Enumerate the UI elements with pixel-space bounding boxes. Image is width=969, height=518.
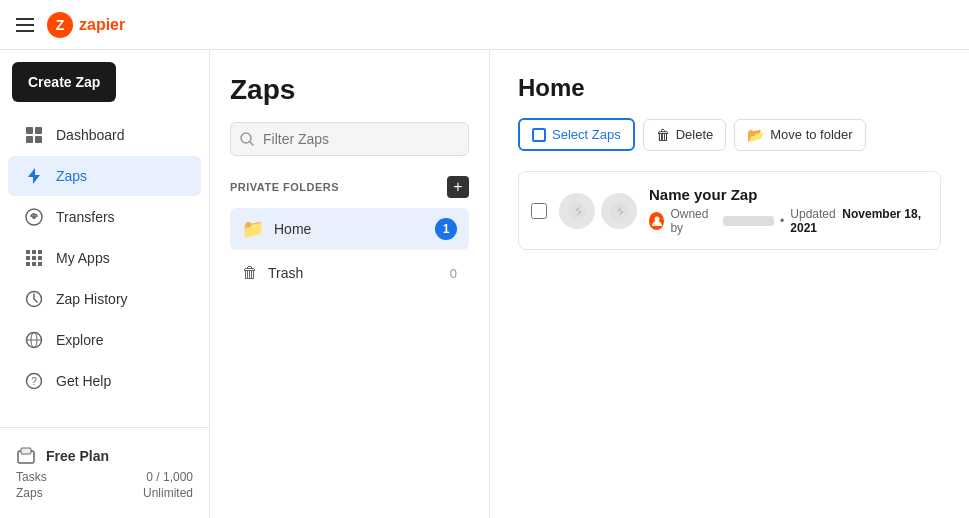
explore-icon xyxy=(24,330,44,350)
svg-rect-26 xyxy=(21,448,31,454)
zaps-title: Zaps xyxy=(230,74,469,106)
tasks-stat: Tasks 0 / 1,000 xyxy=(16,470,193,484)
sidebar-item-my-apps[interactable]: My Apps xyxy=(8,238,201,278)
main-layout: Create Zap ← Dashboard Zaps Transf xyxy=(0,50,969,518)
private-folders-label: PRIVATE FOLDERS xyxy=(230,181,339,193)
folder-trash-count: 0 xyxy=(450,266,457,281)
sidebar-item-label-zap-history: Zap History xyxy=(56,291,128,307)
svg-text:Z: Z xyxy=(56,17,65,33)
zap-meta: Owned by • Updated November 18, 2021 xyxy=(649,207,928,235)
svg-rect-12 xyxy=(38,250,42,254)
zap-owned-by: Owned by xyxy=(670,207,716,235)
zapier-logo-svg: Z zapier xyxy=(46,11,126,39)
folder-item-trash[interactable]: 🗑 Trash 0 xyxy=(230,254,469,292)
logo: Z zapier xyxy=(46,11,126,39)
svg-text:?: ? xyxy=(31,376,37,387)
zap-owner-name-placeholder xyxy=(723,216,774,226)
zap-checkbox[interactable] xyxy=(531,203,547,219)
zaps-value: Unlimited xyxy=(143,486,193,500)
sidebar-footer: Free Plan Tasks 0 / 1,000 Zaps Unlimited xyxy=(0,427,209,510)
private-folders-header: PRIVATE FOLDERS + xyxy=(230,176,469,198)
sidebar-item-label-transfers: Transfers xyxy=(56,209,115,225)
transfers-icon xyxy=(24,207,44,227)
svg-rect-16 xyxy=(26,262,30,266)
zap-row: Name your Zap Owned by • Updated Novembe… xyxy=(518,171,941,250)
sidebar-item-explore[interactable]: Explore xyxy=(8,320,201,360)
my-apps-icon xyxy=(24,248,44,268)
home-toolbar: Select Zaps 🗑 Delete 📂 Move to folder xyxy=(518,118,941,151)
sidebar-item-label-my-apps: My Apps xyxy=(56,250,110,266)
sidebar-item-label-explore: Explore xyxy=(56,332,103,348)
svg-rect-17 xyxy=(32,262,36,266)
svg-rect-6 xyxy=(35,136,42,143)
folder-trash-name: Trash xyxy=(268,265,450,281)
free-plan-icon xyxy=(16,446,36,466)
sidebar-item-label-dashboard: Dashboard xyxy=(56,127,125,143)
svg-rect-11 xyxy=(32,250,36,254)
delete-button[interactable]: 🗑 Delete xyxy=(643,119,727,151)
zap-dot-separator: • xyxy=(780,214,784,228)
create-zap-button[interactable]: Create Zap xyxy=(12,62,116,102)
svg-text:zapier: zapier xyxy=(79,16,125,33)
home-panel: Home Select Zaps 🗑 Delete 📂 Move to fold… xyxy=(490,50,969,518)
dashboard-icon xyxy=(24,125,44,145)
tasks-value: 0 / 1,000 xyxy=(146,470,193,484)
get-help-icon: ? xyxy=(24,371,44,391)
top-bar: Z zapier xyxy=(0,0,969,50)
zaps-label: Zaps xyxy=(16,486,43,500)
sidebar-item-label-zaps: Zaps xyxy=(56,168,87,184)
folder-home-badge: 1 xyxy=(435,218,457,240)
select-zaps-button[interactable]: Select Zaps xyxy=(518,118,635,151)
move-to-folder-label: Move to folder xyxy=(770,127,852,142)
sidebar-item-zap-history[interactable]: Zap History xyxy=(8,279,201,319)
svg-rect-4 xyxy=(35,127,42,134)
filter-zaps-input[interactable] xyxy=(230,122,469,156)
home-title: Home xyxy=(518,74,941,102)
free-plan-row: Free Plan xyxy=(16,438,193,470)
svg-rect-10 xyxy=(26,250,30,254)
zap-icons xyxy=(559,193,637,229)
svg-rect-18 xyxy=(38,262,42,266)
folder-home-name: Home xyxy=(274,221,435,237)
add-folder-button[interactable]: + xyxy=(447,176,469,198)
delete-label: Delete xyxy=(676,127,714,142)
zap-action-icon xyxy=(601,193,637,229)
folder-item-home[interactable]: 📁 Home 1 xyxy=(230,208,469,250)
sidebar: Create Zap ← Dashboard Zaps Transf xyxy=(0,50,210,518)
sidebar-item-zaps[interactable]: Zaps xyxy=(8,156,201,196)
folder-trash-icon: 🗑 xyxy=(242,264,258,282)
zaps-panel: Zaps PRIVATE FOLDERS + 📁 Home 1 🗑 Trash … xyxy=(210,50,490,518)
move-to-folder-button[interactable]: 📂 Move to folder xyxy=(734,119,865,151)
delete-icon: 🗑 xyxy=(656,127,670,143)
svg-rect-14 xyxy=(32,256,36,260)
svg-rect-13 xyxy=(26,256,30,260)
zap-updated: Updated November 18, 2021 xyxy=(790,207,928,235)
svg-rect-5 xyxy=(26,136,33,143)
zap-info: Name your Zap Owned by • Updated Novembe… xyxy=(649,186,928,235)
nav-items: Dashboard Zaps Transfers My Apps xyxy=(0,110,209,427)
sidebar-item-label-get-help: Get Help xyxy=(56,373,111,389)
zaps-stat: Zaps Unlimited xyxy=(16,486,193,500)
filter-input-wrap xyxy=(230,122,469,156)
svg-line-28 xyxy=(250,142,253,145)
tasks-label: Tasks xyxy=(16,470,47,484)
svg-point-31 xyxy=(654,217,659,222)
zap-updated-text: Updated xyxy=(790,207,835,221)
svg-marker-7 xyxy=(28,168,40,184)
sidebar-item-get-help[interactable]: ? Get Help xyxy=(8,361,201,401)
free-plan-label: Free Plan xyxy=(46,448,109,464)
zap-owner-icon xyxy=(649,212,664,230)
folder-home-icon: 📁 xyxy=(242,218,264,240)
sidebar-item-transfers[interactable]: Transfers xyxy=(8,197,201,237)
zap-history-icon xyxy=(24,289,44,309)
sidebar-item-dashboard[interactable]: Dashboard xyxy=(8,115,201,155)
select-zaps-checkbox-icon xyxy=(532,128,546,142)
select-zaps-label: Select Zaps xyxy=(552,127,621,142)
plan-stats: Tasks 0 / 1,000 Zaps Unlimited xyxy=(16,470,193,500)
zap-name: Name your Zap xyxy=(649,186,928,203)
search-icon xyxy=(240,132,254,146)
svg-rect-15 xyxy=(38,256,42,260)
hamburger-menu[interactable] xyxy=(16,18,34,32)
zaps-icon xyxy=(24,166,44,186)
svg-rect-3 xyxy=(26,127,33,134)
